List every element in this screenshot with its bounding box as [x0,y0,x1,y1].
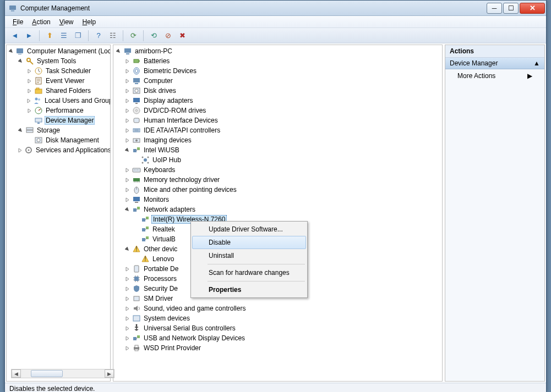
expand-toggle-icon[interactable] [18,58,24,64]
toolbar-new-window-button[interactable]: ❐ [72,30,85,42]
expand-toggle-icon[interactable] [124,286,130,292]
console-tree-item[interactable]: Event Viewer [8,76,110,86]
device-tree-item[interactable]: Network adapters [114,205,442,214]
device-tree-item[interactable]: DVD/CD-ROM drives [114,106,442,115]
device-tree-item[interactable]: Keyboards [114,165,442,175]
device-tree-item[interactable]: IDE ATA/ATAPI controllers [114,125,442,135]
expand-toggle-icon[interactable] [124,108,130,114]
minimize-button[interactable]: ─ [487,3,502,14]
expand-toggle-icon[interactable] [124,306,130,312]
expand-toggle-icon[interactable] [124,266,130,272]
device-tree-item[interactable]: Batteries [114,56,442,66]
device-tree-item[interactable]: Imaging devices [114,135,442,145]
scroll-thumb[interactable] [31,370,63,377]
expand-toggle-icon[interactable] [124,207,130,213]
expand-toggle-icon[interactable] [124,147,130,153]
device-tree-item[interactable]: Human Interface Devices [114,115,442,125]
toolbar-back-button[interactable]: ◄ [8,30,21,42]
expand-toggle-icon[interactable] [124,316,130,322]
expand-toggle-icon[interactable] [124,58,130,64]
device-tree-item[interactable]: Universal Serial Bus controllers [114,323,442,333]
scroll-left-button[interactable]: ◀ [12,369,21,378]
device-tree-item[interactable]: System devices [114,313,442,323]
console-tree-item[interactable]: Performance [8,106,110,115]
context-menu-item[interactable]: Update Driver Software... [192,223,306,236]
context-menu-item[interactable]: Disable [192,236,306,249]
close-button[interactable]: ✕ [520,3,545,14]
device-tree-item[interactable]: UoIP Hub [114,155,442,165]
expand-toggle-icon[interactable] [26,68,32,74]
expand-toggle-icon[interactable] [124,296,130,302]
console-tree-item[interactable]: System Tools [8,56,110,66]
expand-toggle-icon[interactable] [124,88,130,94]
expand-toggle-icon[interactable] [26,78,32,84]
expand-toggle-icon[interactable] [124,276,130,282]
context-menu-item[interactable]: Properties [192,283,306,296]
device-tree-item[interactable]: Sound, video and game controllers [114,303,442,313]
menu-file[interactable]: File [9,17,26,27]
maximize-button[interactable]: ☐ [503,3,519,14]
toolbar-up-button[interactable]: ⬆ [43,30,56,42]
toolbar-forward-button[interactable]: ► [23,30,36,42]
scroll-track[interactable] [21,369,105,378]
expand-toggle-icon[interactable] [26,88,32,94]
console-tree-item[interactable]: Computer Management (Local) [8,46,110,56]
toolbar-disable-button[interactable]: ⊘ [161,30,174,42]
expand-toggle-icon[interactable] [124,118,130,124]
toolbar-help-button[interactable]: ? [92,30,105,42]
expand-toggle-icon[interactable] [9,48,14,54]
console-tree-pane[interactable]: Computer Management (Local)System ToolsT… [6,45,111,382]
console-tree-item[interactable]: Disk Management [8,135,110,145]
device-tree-item[interactable]: amirborn-PC [114,46,442,56]
device-tree-item[interactable]: Mice and other pointing devices [114,185,442,195]
expand-toggle-icon[interactable] [26,108,32,114]
expand-toggle-icon[interactable] [124,68,130,74]
expand-toggle-icon[interactable] [124,197,130,203]
toolbar-scan-button[interactable]: ⟳ [127,30,140,42]
expand-toggle-icon[interactable] [124,78,130,84]
context-menu-item[interactable]: Scan for hardware changes [192,266,306,279]
toolbar-update-button[interactable]: ⟲ [147,30,160,42]
left-pane-hscrollbar[interactable]: ◀ ▶ [11,369,114,378]
device-tree-item[interactable]: Display adapters [114,96,442,106]
menu-help[interactable]: Help [79,17,100,27]
expand-toggle-icon[interactable] [124,98,130,104]
expand-toggle-icon[interactable] [124,335,130,341]
console-tree-item[interactable]: Local Users and Groups [8,96,110,106]
console-tree-item[interactable]: Services and Applications [8,145,110,155]
expand-toggle-icon[interactable] [124,325,130,332]
menu-view[interactable]: View [56,17,77,27]
expand-toggle-icon[interactable] [124,345,130,351]
device-tree-item[interactable]: Computer [114,76,442,86]
device-tree-item[interactable]: Memory technology driver [114,175,442,185]
toolbar-props-button[interactable]: ☷ [106,30,119,42]
expand-toggle-icon[interactable] [124,177,130,183]
expand-toggle-icon[interactable] [18,147,23,153]
toolbar-uninstall-button[interactable]: ✖ [176,30,189,42]
scroll-right-button[interactable]: ▶ [105,369,114,378]
expand-toggle-icon[interactable] [124,187,130,193]
device-tree-item[interactable]: Biometric Devices [114,66,442,76]
actions-panel-title[interactable]: Device Manager ▲ [445,58,544,69]
toolbar-toggle-tree-button[interactable]: ☰ [57,30,70,42]
expand-toggle-icon[interactable] [124,167,130,173]
console-tree-item[interactable]: Device Manager [8,115,110,125]
actions-more[interactable]: More Actions ▶ [445,69,544,82]
console-tree-item[interactable]: Shared Folders [8,86,110,96]
console-tree-item[interactable]: Task Scheduler [8,66,110,76]
menu-action[interactable]: Action [29,17,53,27]
expand-toggle-icon[interactable] [18,128,24,134]
context-menu-item[interactable]: Uninstall [192,249,306,262]
device-tree-item[interactable]: Intel WiUSB [114,145,442,155]
device-tree-item[interactable]: USB and Network Display Devices [114,333,442,343]
device-tree-item[interactable]: Disk drives [114,86,442,96]
expand-toggle-icon[interactable] [116,48,122,54]
console-tree-item[interactable]: Storage [8,125,110,135]
device-tree-pane[interactable]: amirborn-PCBatteriesBiometric DevicesCom… [113,45,443,382]
expand-toggle-icon[interactable] [124,128,130,134]
expand-toggle-icon[interactable] [26,98,31,104]
device-tree-item[interactable]: Monitors [114,195,442,205]
expand-toggle-icon[interactable] [124,137,130,143]
device-tree-item[interactable]: WSD Print Provider [114,343,442,353]
titlebar[interactable]: Computer Management ─ ☐ ✕ [5,1,546,16]
